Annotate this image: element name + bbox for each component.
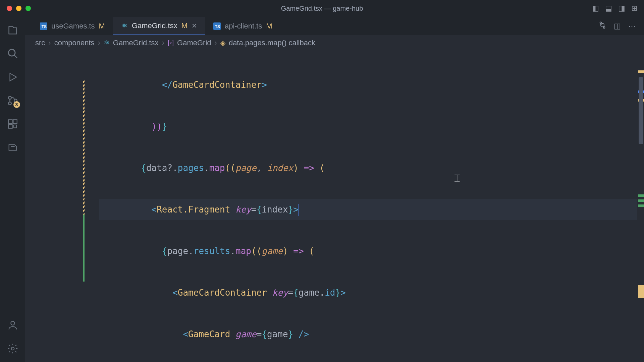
- panel-left-icon[interactable]: ◧: [592, 4, 599, 13]
- breadcrumb-segment[interactable]: GameGrid: [177, 39, 211, 47]
- tab-gamegrid[interactable]: ⚛ GameGrid.tsx M ✕: [113, 17, 205, 35]
- svg-point-1: [8, 96, 11, 99]
- compare-changes-icon[interactable]: [598, 21, 606, 31]
- typescript-icon: TS: [213, 22, 221, 30]
- layout-controls: ◧ ⬓ ◨ ⊞: [592, 4, 637, 13]
- svg-rect-6: [8, 124, 12, 128]
- breadcrumb-segment[interactable]: src: [35, 39, 45, 47]
- tab-label: api-client.ts: [225, 22, 262, 31]
- settings-gear-icon[interactable]: [6, 342, 19, 355]
- react-icon: ⚛: [104, 39, 110, 47]
- scroll-thumb[interactable]: [639, 77, 643, 144]
- method-icon: ◈: [220, 39, 225, 47]
- customize-layout-icon[interactable]: ⊞: [631, 4, 637, 13]
- tab-usegames[interactable]: TS useGames.ts M: [32, 17, 113, 35]
- gutter-change-modified[interactable]: [83, 80, 85, 215]
- react-icon: ⚛: [121, 21, 128, 30]
- gutter: [25, 50, 86, 362]
- explorer-icon[interactable]: [6, 23, 19, 37]
- tab-bar: TS useGames.ts M ⚛ GameGrid.tsx M ✕ TS a…: [25, 17, 644, 35]
- panel-bottom-icon[interactable]: ⬓: [605, 4, 612, 13]
- activity-bar: 3: [0, 17, 25, 362]
- vertical-scrollbar[interactable]: [638, 50, 644, 362]
- svg-point-0: [8, 49, 15, 56]
- close-tab-icon[interactable]: ✕: [192, 22, 197, 30]
- modified-indicator: M: [99, 22, 105, 31]
- chevron-right-icon: ›: [48, 39, 51, 47]
- svg-point-2: [8, 102, 11, 105]
- maximize-window-button[interactable]: [25, 6, 31, 11]
- more-actions-icon[interactable]: ⋯: [628, 22, 636, 31]
- run-debug-icon[interactable]: [6, 70, 19, 84]
- close-window-button[interactable]: [7, 6, 12, 11]
- modified-indicator: M: [266, 22, 272, 31]
- code-content[interactable]: </GameCardContainer> ))} {data?.pages.ma…: [86, 50, 644, 362]
- traffic-lights: [7, 6, 31, 11]
- typescript-icon: TS: [40, 22, 47, 30]
- title-bar: GameGrid.tsx — game-hub ◧ ⬓ ◨ ⊞: [0, 0, 644, 17]
- gutter-change-added[interactable]: [83, 215, 85, 282]
- chevron-right-icon: ›: [98, 39, 100, 47]
- mouse-text-cursor-icon: ⌶: [454, 173, 460, 183]
- svg-point-9: [11, 347, 14, 350]
- symbol-icon: [◦]: [168, 39, 174, 47]
- editor-region: TS useGames.ts M ⚛ GameGrid.tsx M ✕ TS a…: [25, 17, 644, 362]
- svg-rect-7: [13, 125, 16, 128]
- search-icon[interactable]: [6, 47, 19, 60]
- svg-rect-5: [13, 120, 17, 123]
- chevron-right-icon: ›: [162, 39, 164, 47]
- extensions-icon[interactable]: [6, 117, 19, 131]
- breadcrumbs[interactable]: src › components › ⚛ GameGrid.tsx › [◦] …: [25, 35, 644, 50]
- text-cursor: [299, 204, 299, 216]
- panel-right-icon[interactable]: ◨: [618, 4, 625, 13]
- chevron-right-icon: ›: [215, 39, 217, 47]
- tab-label: useGames.ts: [51, 22, 95, 31]
- svg-rect-4: [8, 120, 12, 123]
- breadcrumb-segment[interactable]: GameGrid.tsx: [113, 39, 159, 47]
- scm-badge: 3: [13, 101, 20, 108]
- tab-label: GameGrid.tsx: [132, 21, 177, 30]
- breadcrumb-segment[interactable]: components: [54, 39, 95, 47]
- accounts-icon[interactable]: [6, 318, 19, 332]
- window-title: GameGrid.tsx — game-hub: [281, 5, 363, 12]
- modified-indicator: M: [181, 21, 187, 30]
- code-editor[interactable]: </GameCardContainer> ))} {data?.pages.ma…: [25, 50, 644, 362]
- split-editor-icon[interactable]: ◫: [614, 22, 621, 31]
- breadcrumb-segment[interactable]: data.pages.map() callback: [229, 39, 315, 47]
- minimize-window-button[interactable]: [16, 6, 21, 11]
- remote-icon[interactable]: [6, 141, 19, 154]
- svg-point-8: [11, 321, 14, 325]
- source-control-icon[interactable]: 3: [6, 94, 19, 107]
- tab-apiclient[interactable]: TS api-client.ts M: [205, 17, 280, 35]
- tab-actions: ◫ ⋯: [598, 17, 644, 35]
